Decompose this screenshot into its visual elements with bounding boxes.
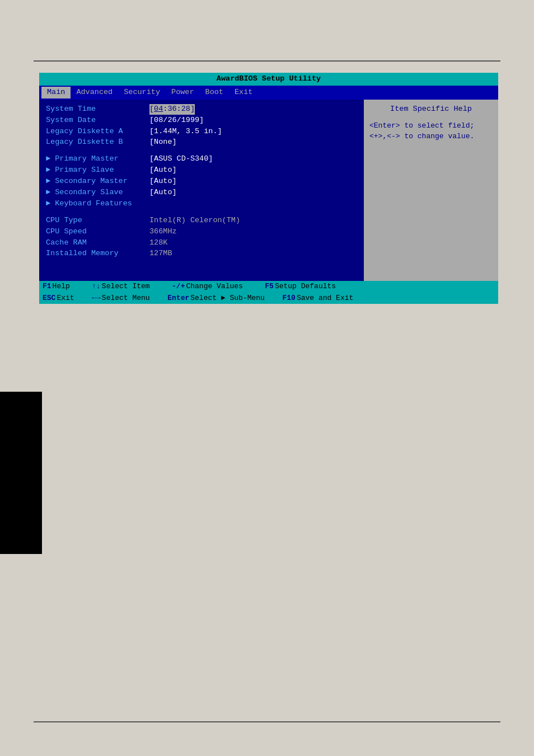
installed-memory-value: 127MB — [149, 248, 172, 259]
setting-system-date: System Date [08/26/1999] — [46, 115, 357, 126]
key-enter: Enter — [167, 293, 189, 303]
bios-bottombar-row2: ESC Exit ←→ Select Menu Enter Select ► S… — [39, 293, 498, 304]
spacer5 — [46, 271, 357, 276]
setting-primary-slave: Primary Slave [Auto] — [46, 165, 357, 176]
cache-ram-value: 128K — [149, 238, 167, 248]
primary-master-label: Primary Master — [46, 154, 149, 165]
secondary-master-value[interactable]: [Auto] — [149, 176, 177, 187]
primary-master-value[interactable]: [ASUS CD-S340] — [149, 154, 213, 165]
setting-installed-memory: Installed Memory 127MB — [46, 248, 357, 259]
diskette-b-label: Legacy Diskette B — [46, 137, 149, 148]
setting-cpu-type: CPU Type Intel(R) Celeron(TM) — [46, 215, 357, 226]
cpu-speed-value: 366MHz — [149, 227, 177, 237]
spacer3 — [46, 260, 357, 265]
bios-screen: AwardBIOS Setup Utility Main Advanced Se… — [39, 73, 498, 304]
system-date-value[interactable]: [08/26/1999] — [149, 115, 204, 126]
secondary-slave-value[interactable]: [Auto] — [149, 187, 177, 198]
primary-slave-label: Primary Slave — [46, 165, 149, 176]
help-line1: <Enter> to select field; — [369, 120, 493, 132]
page-wrapper: AwardBIOS Setup Utility Main Advanced Se… — [0, 0, 534, 756]
key-f1: F1 — [43, 281, 51, 292]
top-rule — [34, 60, 500, 62]
keyboard-features-label: Keyboard Features — [46, 199, 149, 209]
setting-secondary-master: Secondary Master [Auto] — [46, 176, 357, 187]
cpu-type-value: Intel(R) Celeron(TM) — [149, 215, 240, 226]
key-leftright: ←→ — [92, 293, 101, 303]
bios-titlebar: AwardBIOS Setup Utility — [39, 73, 498, 86]
diskette-b-value[interactable]: [None] — [149, 137, 177, 148]
menu-power[interactable]: Power — [166, 87, 200, 98]
cpu-type-label: CPU Type — [46, 215, 149, 226]
help-text: <Enter> to select field; <+>,<-> to chan… — [369, 120, 493, 142]
key-updown: ↑↓ — [92, 281, 101, 292]
spacer1 — [46, 148, 357, 154]
desc-setup-defaults: Setup Defaults — [275, 281, 336, 292]
spacer2 — [46, 210, 357, 215]
bios-content: System Time [04:36:28] System Date [08/2… — [39, 100, 498, 281]
bios-bottombar-row1: F1 Help ↑↓ Select Item -/+ Change Values… — [39, 281, 498, 292]
desc-save-exit: Save and Exit — [297, 293, 353, 303]
desc-exit: Exit — [57, 293, 83, 303]
menu-exit[interactable]: Exit — [229, 87, 258, 98]
desc-help: Help — [53, 281, 83, 292]
menu-boot[interactable]: Boot — [200, 87, 229, 98]
bios-menubar: Main Advanced Security Power Boot Exit — [39, 86, 498, 100]
diskette-a-value[interactable]: [1.44M, 3.5 in.] — [149, 126, 222, 137]
desc-change-values: Change Values — [186, 281, 256, 292]
secondary-master-label: Secondary Master — [46, 176, 149, 187]
setting-system-time: System Time [04:36:28] — [46, 104, 357, 115]
menu-security[interactable]: Security — [118, 87, 166, 98]
system-date-label: System Date — [46, 115, 149, 126]
secondary-slave-label: Secondary Slave — [46, 187, 149, 198]
system-time-label: System Time — [46, 104, 149, 115]
left-sidebar — [0, 392, 42, 554]
key-f5: F5 — [265, 281, 274, 292]
key-esc: ESC — [43, 293, 55, 303]
cpu-speed-label: CPU Speed — [46, 227, 149, 237]
setting-primary-master: Primary Master [ASUS CD-S340] — [46, 154, 357, 165]
setting-cpu-speed: CPU Speed 366MHz — [46, 227, 357, 237]
bios-title: AwardBIOS Setup Utility — [217, 74, 321, 83]
help-line2: <+>,<-> to change value. — [369, 131, 493, 142]
setting-diskette-a: Legacy Diskette A [1.44M, 3.5 in.] — [46, 126, 357, 137]
setting-cache-ram: Cache RAM 128K — [46, 238, 357, 248]
cache-ram-label: Cache RAM — [46, 238, 149, 248]
key-plusminus: -/+ — [172, 281, 185, 292]
key-f10: F10 — [283, 293, 296, 303]
setting-keyboard-features: Keyboard Features — [46, 199, 357, 209]
menu-main[interactable]: Main — [41, 87, 71, 98]
setting-diskette-b: Legacy Diskette B [None] — [46, 137, 357, 148]
spacer4 — [46, 265, 357, 271]
installed-memory-label: Installed Memory — [46, 248, 149, 259]
bios-help-panel: Item Specific Help <Enter> to select fie… — [364, 100, 498, 281]
bottom-rule — [34, 721, 500, 722]
desc-select-item: Select Item — [102, 281, 163, 292]
setting-secondary-slave: Secondary Slave [Auto] — [46, 187, 357, 198]
bios-left-panel: System Time [04:36:28] System Date [08/2… — [39, 100, 364, 281]
diskette-a-label: Legacy Diskette A — [46, 126, 149, 137]
help-title: Item Specific Help — [369, 104, 493, 115]
menu-advanced[interactable]: Advanced — [71, 87, 118, 98]
desc-select-submenu: Select ► Sub-Menu — [190, 293, 273, 303]
system-time-value[interactable]: [04:36:28] — [149, 104, 195, 115]
desc-select-menu: Select Menu — [102, 293, 158, 303]
primary-slave-value[interactable]: [Auto] — [149, 165, 177, 176]
